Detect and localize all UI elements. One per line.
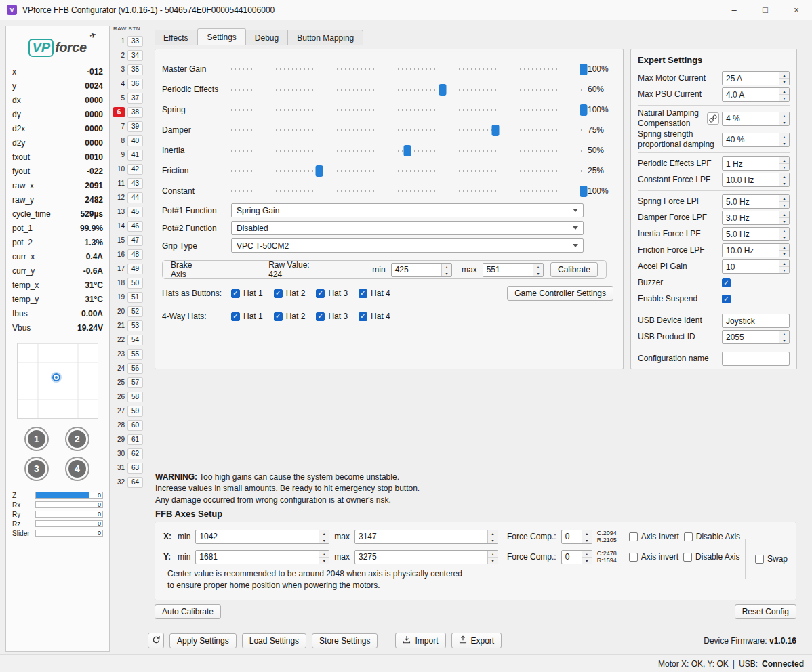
spinner[interactable]: 10▴▾ — [722, 259, 790, 274]
spin-up-button[interactable]: ▴ — [779, 133, 789, 140]
spin-up-button[interactable]: ▴ — [442, 264, 451, 270]
axis-min-spinner[interactable]: 1681 ▴ ▾ — [195, 550, 329, 564]
brake-max-spinner[interactable]: 551 ▴ ▾ — [483, 263, 544, 277]
spinner[interactable]: 1 Hz▴▾ — [722, 156, 790, 171]
spinner[interactable]: 5.0 Hz▴▾ — [722, 194, 790, 209]
slider[interactable] — [231, 104, 584, 117]
spinner[interactable]: 3.0 Hz▴▾ — [722, 211, 790, 225]
spin-up-button[interactable]: ▴ — [582, 551, 592, 558]
spin-up-button[interactable]: ▴ — [779, 331, 789, 337]
spin-up-button[interactable]: ▴ — [319, 551, 329, 558]
slider-handle[interactable] — [580, 64, 588, 75]
spin-down-button[interactable]: ▾ — [533, 270, 543, 276]
spinner[interactable]: 4 %▴▾ — [722, 112, 790, 126]
spin-up-button[interactable]: ▴ — [533, 264, 543, 270]
disable-axis-checkbox[interactable]: ✓ Disable Axis — [683, 552, 739, 562]
spin-down-button[interactable]: ▾ — [488, 558, 498, 564]
dropdown[interactable]: Spring Gain — [231, 203, 584, 217]
hat-checkbox[interactable]: ✓ Hat 3 — [316, 289, 348, 298]
spin-up-button[interactable]: ▴ — [488, 530, 498, 537]
spin-up-button[interactable]: ▴ — [779, 211, 789, 218]
axis-max-spinner[interactable]: 3147 ▴ ▾ — [354, 530, 498, 544]
spin-down-button[interactable]: ▾ — [779, 140, 789, 146]
brake-min-spinner[interactable]: 425 ▴ ▾ — [391, 263, 452, 277]
spin-up-button[interactable]: ▴ — [779, 157, 789, 164]
spinner[interactable]: 2055▴▾ — [722, 330, 790, 344]
slider[interactable] — [231, 185, 584, 198]
dropdown[interactable]: Disabled — [231, 221, 584, 235]
slider[interactable] — [231, 165, 584, 177]
hat-checkbox[interactable]: ✓ Hat 2 — [274, 289, 306, 298]
checkbox[interactable]: ✓ — [629, 553, 638, 562]
spin-down-button[interactable]: ▾ — [319, 558, 329, 564]
spin-up-button[interactable]: ▴ — [779, 88, 789, 95]
hat-checkbox[interactable]: ✓ Hat 1 — [231, 312, 263, 321]
spin-up-button[interactable]: ▴ — [779, 244, 789, 251]
dropdown[interactable]: VPC T-50CM2 — [231, 238, 584, 253]
force-comp-spinner[interactable]: 0 ▴ ▾ — [561, 530, 592, 544]
swap-checkbox[interactable]: ✓ Swap — [755, 554, 788, 564]
slider-handle[interactable] — [492, 125, 500, 136]
spin-down-button[interactable]: ▾ — [442, 270, 451, 276]
spin-down-button[interactable]: ▾ — [779, 79, 789, 85]
apply-settings-button[interactable]: Apply Settings — [169, 633, 237, 648]
link-icon[interactable] — [707, 112, 719, 125]
force-comp-spinner[interactable]: 0 ▴ ▾ — [561, 550, 592, 564]
reset-config-button[interactable]: Reset Config — [735, 604, 796, 619]
text-input[interactable]: Joystick — [722, 314, 790, 328]
spinner[interactable]: 25 A▴▾ — [722, 71, 790, 85]
spinner[interactable]: 10.0 Hz▴▾ — [722, 243, 790, 257]
auto-calibrate-button[interactable]: Auto Calibrate — [155, 604, 221, 619]
checkbox[interactable]: ✓ — [274, 312, 283, 321]
refresh-button[interactable] — [148, 633, 164, 648]
checkbox[interactable]: ✓ — [316, 289, 325, 298]
spin-down-button[interactable]: ▾ — [779, 164, 789, 170]
hat-checkbox[interactable]: ✓ Hat 1 — [231, 289, 263, 298]
spin-down-button[interactable]: ▾ — [779, 234, 789, 240]
slider[interactable] — [231, 83, 584, 96]
checkbox[interactable]: ✓ — [683, 553, 692, 562]
spin-down-button[interactable]: ▾ — [779, 251, 789, 257]
checkbox[interactable]: ✓ — [629, 532, 638, 541]
maximize-button[interactable]: □ — [750, 0, 781, 20]
store-settings-button[interactable]: Store Settings — [312, 633, 378, 648]
spin-down-button[interactable]: ▾ — [779, 337, 789, 343]
slider[interactable] — [231, 144, 584, 157]
spin-down-button[interactable]: ▾ — [779, 202, 789, 208]
axis-invert-checkbox[interactable]: ✓ Axis invert — [629, 552, 678, 562]
checkbox[interactable]: ✓ — [359, 289, 367, 298]
load-settings-button[interactable]: Load Settings — [242, 633, 306, 648]
spin-up-button[interactable]: ▴ — [488, 551, 498, 558]
spin-up-button[interactable]: ▴ — [779, 173, 789, 180]
text-input[interactable] — [722, 352, 790, 366]
tab[interactable]: Effects — [155, 30, 197, 45]
slider-handle[interactable] — [439, 84, 447, 96]
spin-down-button[interactable]: ▾ — [488, 537, 498, 543]
spin-down-button[interactable]: ▾ — [582, 537, 592, 543]
tab[interactable]: Settings — [197, 28, 245, 45]
spin-up-button[interactable]: ▴ — [582, 530, 592, 537]
slider-handle[interactable] — [404, 145, 411, 156]
slider-handle[interactable] — [580, 104, 588, 116]
hat-checkbox[interactable]: ✓ Hat 4 — [359, 289, 390, 298]
axis-max-spinner[interactable]: 3275 ▴ ▾ — [354, 550, 498, 564]
spin-down-button[interactable]: ▾ — [779, 180, 789, 186]
checkbox[interactable]: ✓ — [359, 312, 367, 321]
calibrate-button[interactable]: Calibrate — [550, 262, 598, 277]
axis-min-spinner[interactable]: 1042 ▴ ▾ — [195, 530, 329, 544]
spinner[interactable]: 4.0 A▴▾ — [722, 87, 790, 102]
game-controller-settings-button[interactable]: Game Controller Settings — [507, 286, 613, 301]
spin-up-button[interactable]: ▴ — [779, 260, 789, 267]
spin-up-button[interactable]: ▴ — [779, 112, 789, 119]
close-button[interactable]: × — [781, 0, 812, 20]
spin-up-button[interactable]: ▴ — [779, 228, 789, 234]
spinner[interactable]: 40 %▴▾ — [722, 133, 790, 147]
disable-axis-checkbox[interactable]: ✓ Disable Axis — [684, 532, 740, 541]
spin-up-button[interactable]: ▴ — [779, 72, 789, 79]
checkbox[interactable]: ✓ — [231, 289, 240, 298]
import-button[interactable]: Import — [395, 633, 445, 648]
spin-down-button[interactable]: ▾ — [319, 537, 329, 543]
checkbox[interactable]: ✓ — [316, 312, 325, 321]
spin-down-button[interactable]: ▾ — [779, 95, 789, 101]
spin-down-button[interactable]: ▾ — [779, 218, 789, 224]
